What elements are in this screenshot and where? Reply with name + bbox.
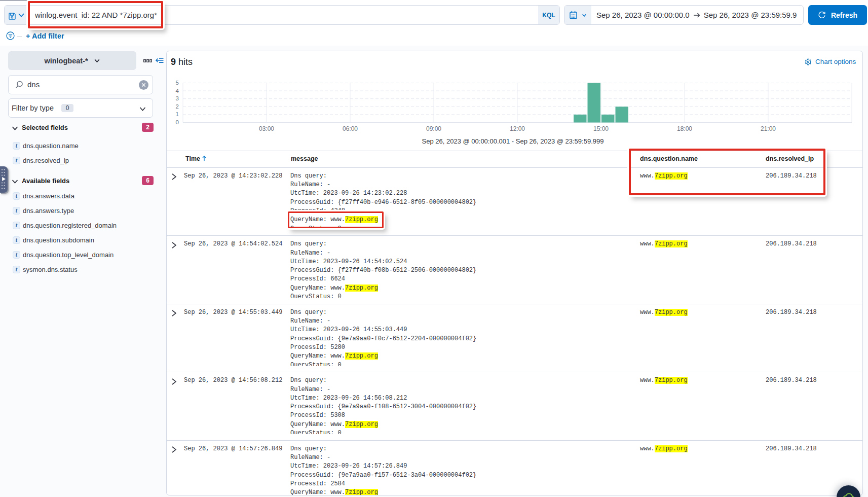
- svg-text:4: 4: [176, 88, 179, 94]
- svg-text:12:00: 12:00: [510, 125, 525, 132]
- svg-text:09:00: 09:00: [426, 125, 441, 132]
- svg-text:03:00: 03:00: [259, 125, 274, 132]
- svg-text:2: 2: [176, 103, 179, 110]
- svg-text:15:00: 15:00: [593, 125, 609, 132]
- svg-text:5: 5: [176, 80, 179, 86]
- svg-text:06:00: 06:00: [343, 125, 358, 132]
- svg-text:1: 1: [176, 111, 179, 117]
- svg-text:0: 0: [176, 119, 179, 125]
- svg-text:3: 3: [176, 95, 179, 101]
- svg-text:18:00: 18:00: [677, 125, 692, 132]
- svg-text:21:00: 21:00: [761, 125, 776, 132]
